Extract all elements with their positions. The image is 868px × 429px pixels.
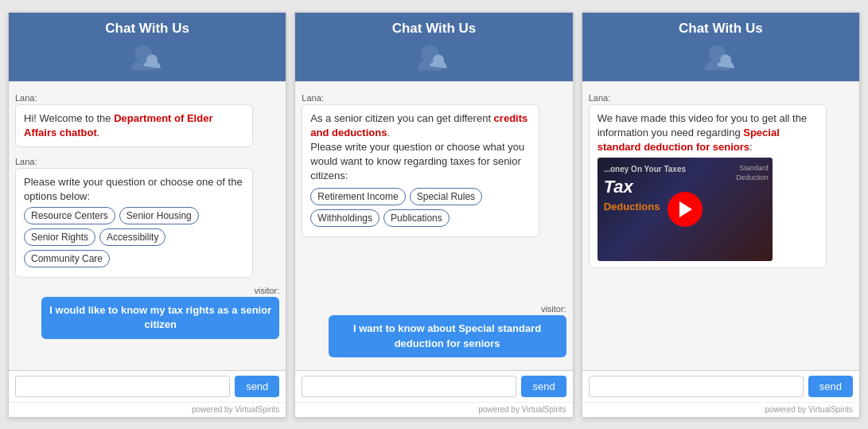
option-senior-rights[interactable]: Senior Rights	[24, 228, 95, 246]
bubble-visitor-1: I would like to know my tax rights as a …	[41, 297, 279, 338]
chat-body-2: Lana: As a senior citizen you can get di…	[295, 81, 572, 370]
sender-lana-2: Lana:	[15, 157, 279, 166]
message-block-1: Lana: Hi! Welcome to the Department of E…	[15, 93, 279, 150]
visitor-label-2: visitor:	[302, 304, 566, 314]
option-senior-housing[interactable]: Senior Housing	[119, 207, 199, 224]
send-button-1[interactable]: send	[235, 376, 279, 397]
sender-lana-4: Lana:	[589, 93, 853, 103]
bubble-video: We have made this video for you to get a…	[589, 104, 827, 269]
option-accessibility[interactable]: Accessibility	[99, 228, 165, 246]
highlight-special: Special standard deduction for seniors	[597, 127, 780, 153]
header-title-3: Chat With Us	[679, 21, 763, 37]
bubble-options-prompt: Please write your question or choose one…	[15, 168, 253, 278]
bubble-taxes: As a senior citizen you can get differen…	[302, 104, 539, 238]
chat-body-3: Lana: We have made this video for you to…	[582, 81, 859, 370]
chat-input-area-3: send	[582, 370, 859, 402]
options-row-2: Retirement Income Special Rules Withhold…	[310, 188, 531, 227]
chat-input-3[interactable]	[589, 376, 804, 397]
send-button-3[interactable]: send	[808, 376, 853, 397]
chat-body-1: Lana: Hi! Welcome to the Department of E…	[9, 81, 286, 370]
bubble-visitor-2: I want to know about Special standard de…	[329, 315, 566, 357]
avatar-icon-3	[703, 40, 739, 76]
chat-input-1[interactable]	[15, 376, 230, 397]
chat-widget-3: Chat With Us Lana: We have made this vid…	[582, 12, 860, 418]
visitor-label-1: visitor:	[15, 286, 279, 295]
avatar-icon-1	[129, 40, 165, 76]
option-resource-centers[interactable]: Resource Centers	[24, 207, 115, 224]
message-block-3: Lana: As a senior citizen you can get di…	[302, 93, 566, 241]
message-block-2: Lana: Please write your question or choo…	[15, 157, 279, 281]
chat-header-1: Chat With Us	[9, 13, 286, 81]
option-special-rules[interactable]: Special Rules	[410, 188, 482, 205]
highlight-credits: credits and deductions	[310, 112, 527, 138]
chat-footer-2: powered by VirtualSpirits	[295, 402, 572, 417]
chat-header-3: Chat With Us	[582, 13, 859, 81]
visitor-row-2: visitor: I want to know about Special st…	[302, 304, 566, 314]
chat-widget-1: Chat With Us Lana: Hi! Welcome to the De…	[8, 12, 286, 418]
send-button-2[interactable]: send	[521, 376, 566, 397]
sender-lana-1: Lana:	[15, 93, 279, 103]
option-community-care[interactable]: Community Care	[24, 250, 110, 267]
video-thumbnail[interactable]: ...oney On Your Taxes Tax Deductions Sta…	[597, 158, 773, 261]
chat-widget-2: Chat With Us Lana: As a senior citizen y…	[294, 12, 573, 418]
chat-footer-3: powered by VirtualSpirits	[582, 402, 859, 417]
header-title-2: Chat With Us	[392, 21, 477, 37]
chat-input-area-1: send	[9, 370, 286, 402]
highlight-dept: Department of Elder Affairs chatbot	[24, 112, 212, 138]
bubble-welcome: Hi! Welcome to the Department of Elder A…	[15, 104, 253, 147]
chat-header-2: Chat With Us	[295, 13, 572, 81]
chat-input-area-2: send	[295, 370, 572, 402]
video-text-right: StandardDeduction	[736, 164, 769, 182]
header-title-1: Chat With Us	[105, 21, 189, 37]
chat-footer-1: powered by VirtualSpirits	[9, 402, 286, 417]
play-button[interactable]	[668, 192, 703, 227]
options-row-1: Resource Centers Senior Housing Senior R…	[24, 207, 244, 267]
message-block-4: Lana: We have made this video for you to…	[589, 93, 853, 272]
option-retirement-income[interactable]: Retirement Income	[310, 188, 405, 205]
chat-input-2[interactable]	[302, 376, 516, 397]
sender-lana-3: Lana:	[302, 93, 566, 103]
visitor-row-1: visitor: I would like to know my tax rig…	[15, 286, 279, 295]
option-publications[interactable]: Publications	[383, 209, 450, 227]
option-withholdings[interactable]: Withholdings	[310, 209, 380, 227]
avatar-icon-2	[415, 40, 452, 76]
video-standard-deduction: StandardDeduction	[736, 164, 769, 182]
